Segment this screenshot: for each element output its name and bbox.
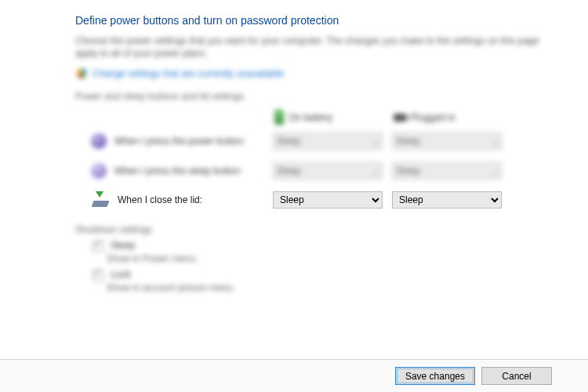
shutdown-opt-lock: Lock <box>93 269 541 281</box>
power-button-battery-select[interactable]: Sleep⌄ <box>273 132 383 150</box>
shutdown-opt-sleep-label: Sleep <box>111 240 135 251</box>
admin-link-row: Change settings that are currently unava… <box>75 67 541 80</box>
chevron-down-icon: ⌄ <box>372 137 379 146</box>
close-lid-icon <box>91 193 110 207</box>
blurred-shutdown: Shutdown settings Sleep Show in Power me… <box>75 224 541 293</box>
col-plugged-in: Plugged in <box>392 107 502 129</box>
content-area: Define power buttons and turn on passwor… <box>0 0 588 293</box>
row-power-button-label: When I press the power button: <box>114 136 245 147</box>
blurred-upper: Choose the power settings that you want … <box>75 34 541 183</box>
page-title: Define power buttons and turn on passwor… <box>75 14 541 27</box>
chevron-down-icon: ⌄ <box>492 167 498 176</box>
uac-shield-icon <box>75 67 88 80</box>
cancel-button[interactable]: Cancel <box>481 367 552 385</box>
row-power-button: When I press the power button: <box>75 129 263 154</box>
checkbox-sleep[interactable] <box>93 241 103 252</box>
dialog-footer: Save changes Cancel <box>0 359 588 392</box>
shutdown-opt-sleep: Sleep <box>93 240 541 252</box>
row-sleep-button: When I press the sleep button: <box>75 158 263 183</box>
col-on-battery-label: On battery <box>289 112 332 123</box>
close-lid-plugged-select[interactable]: Sleep <box>392 191 502 209</box>
settings-grid-lid: When I close the lid: Sleep Sleep <box>75 188 541 212</box>
section-power-sleep-lid: Power and sleep buttons and lid settings <box>75 91 541 102</box>
row-sleep-button-label: When I press the sleep button: <box>114 165 242 176</box>
col-plugged-in-label: Plugged in <box>411 112 456 123</box>
section-shutdown-settings: Shutdown settings <box>75 224 541 235</box>
power-button-icon <box>91 133 107 149</box>
chevron-down-icon: ⌄ <box>492 137 498 146</box>
row-close-lid-label: When I close the lid: <box>118 194 202 205</box>
battery-icon <box>274 111 284 125</box>
change-unavailable-settings-link[interactable]: Change settings that are currently unava… <box>93 68 284 79</box>
shutdown-opt-lock-sub: Show in account picture menu. <box>107 282 541 293</box>
page-description: Choose the power settings that you want … <box>75 34 541 60</box>
row-close-lid: When I close the lid: <box>75 188 263 212</box>
save-changes-button[interactable]: Save changes <box>395 367 475 385</box>
settings-grid: On battery Plugged in When I press the p… <box>75 107 541 183</box>
close-lid-battery-select[interactable]: Sleep <box>273 191 383 209</box>
shutdown-opt-sleep-sub: Show in Power menu. <box>107 253 541 264</box>
power-options-page: Define power buttons and turn on passwor… <box>0 0 588 392</box>
shutdown-opt-lock-label: Lock <box>111 269 130 280</box>
sleep-button-battery-select[interactable]: Sleep⌄ <box>273 162 383 180</box>
col-on-battery: On battery <box>273 107 383 129</box>
sleep-button-plugged-select[interactable]: Sleep⌄ <box>392 162 502 180</box>
sleep-button-icon <box>91 163 107 179</box>
checkbox-lock[interactable] <box>93 270 103 281</box>
power-button-plugged-select[interactable]: Sleep⌄ <box>392 132 502 150</box>
chevron-down-icon: ⌄ <box>372 167 379 176</box>
plug-icon <box>394 114 406 122</box>
